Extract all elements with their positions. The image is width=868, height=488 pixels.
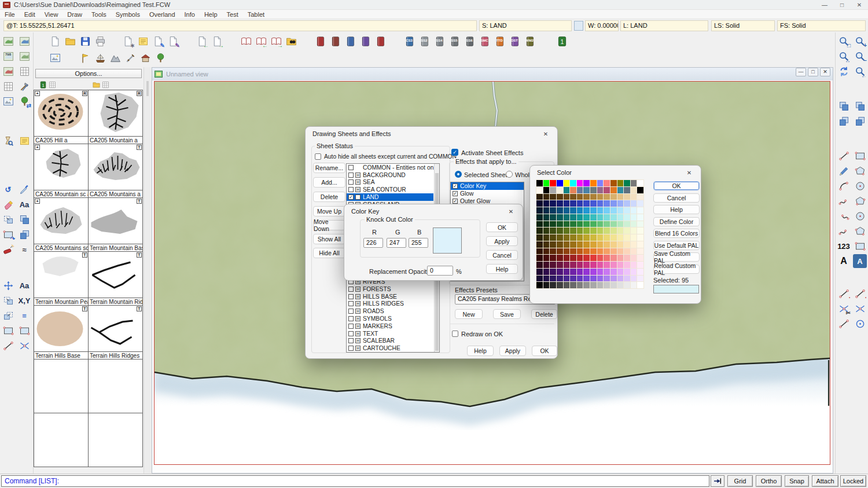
palette-cell[interactable] xyxy=(583,234,590,241)
preset-new-button[interactable]: New xyxy=(455,309,483,319)
palette-cell[interactable] xyxy=(536,282,543,288)
catalog-ss6-icon[interactable]: SS6 xyxy=(462,34,476,48)
blob-tool-icon[interactable] xyxy=(853,209,867,223)
redraw-checkbox[interactable] xyxy=(452,331,458,337)
palette-cell[interactable] xyxy=(597,221,604,228)
palette-cell[interactable] xyxy=(624,241,630,248)
star-tool-icon[interactable] xyxy=(853,224,867,238)
catalog-book-5-icon[interactable] xyxy=(373,34,387,48)
numbers-map-icon[interactable]: 798 xyxy=(1,49,15,63)
palette-cell[interactable] xyxy=(583,262,590,268)
palette-cell[interactable] xyxy=(590,207,597,214)
palette-cell[interactable] xyxy=(564,187,570,193)
palette-cell[interactable] xyxy=(597,241,604,248)
palette-cell[interactable] xyxy=(570,228,576,234)
catalog-folder-button[interactable] xyxy=(89,79,142,90)
catalog-settings-button[interactable] xyxy=(35,79,89,90)
sheet-row-sea[interactable]: HSEA xyxy=(347,179,433,186)
help-button[interactable]: Help xyxy=(486,264,518,274)
command-arrow-button[interactable] xyxy=(711,475,724,487)
palette-cell[interactable] xyxy=(543,248,550,255)
palette-cell[interactable] xyxy=(543,255,550,261)
sheet-visible-checkbox[interactable] xyxy=(348,187,354,192)
palette-cell[interactable] xyxy=(536,269,543,275)
palette-cell[interactable] xyxy=(557,262,563,268)
palette-cell[interactable] xyxy=(624,214,630,221)
symbol-catalog-open-icon[interactable] xyxy=(239,34,253,48)
palette-cell[interactable] xyxy=(536,262,543,268)
palette-cell[interactable] xyxy=(624,207,630,214)
catalog-book-2-icon[interactable] xyxy=(328,34,342,48)
grid-toggle-button[interactable]: Grid xyxy=(727,475,753,487)
palette-cell[interactable] xyxy=(637,241,643,248)
sheet-visible-checkbox[interactable] xyxy=(348,287,354,292)
drawtools-icon[interactable] xyxy=(17,79,31,93)
palette-cell[interactable] xyxy=(577,194,583,200)
sheet-visible-checkbox[interactable] xyxy=(348,179,354,185)
palette-cell[interactable] xyxy=(631,248,637,255)
palette-cell[interactable] xyxy=(564,269,570,275)
flag-symbols-icon[interactable] xyxy=(78,51,92,65)
palette-cell[interactable] xyxy=(543,180,550,186)
palette-cell[interactable] xyxy=(550,180,556,186)
palette-cell[interactable] xyxy=(631,228,637,234)
cancel-button[interactable]: Cancel xyxy=(486,250,518,260)
palette-cell[interactable] xyxy=(550,262,556,268)
catalog-wm2-icon[interactable]: WM2 xyxy=(523,34,536,48)
path-tool-icon[interactable] xyxy=(837,194,851,208)
palette-cell[interactable] xyxy=(624,262,630,268)
palette-cell[interactable] xyxy=(577,234,583,241)
close-icon[interactable]: ✕ xyxy=(540,129,551,140)
palette-cell[interactable] xyxy=(637,248,643,255)
line-width-field[interactable]: W: 0.00000 xyxy=(585,20,619,31)
palette-cell[interactable] xyxy=(557,255,563,261)
palette-cell[interactable] xyxy=(577,276,583,282)
palette-cell[interactable] xyxy=(557,248,563,255)
palette-cell[interactable] xyxy=(610,255,617,261)
menu-view[interactable]: View xyxy=(40,11,63,18)
catalog-cs3-icon[interactable]: CS3 xyxy=(402,34,416,48)
sheet-hide-button[interactable]: H xyxy=(355,309,361,314)
sheet-visible-checkbox[interactable] xyxy=(348,301,354,306)
symbol-catalog-load-icon[interactable]: ← xyxy=(254,34,268,48)
eraser-icon[interactable] xyxy=(1,197,15,211)
zoom-extents-icon[interactable]: ↔ xyxy=(837,49,851,63)
palette-cell[interactable] xyxy=(590,269,597,275)
menu-test[interactable]: Test xyxy=(222,11,243,18)
palette-cell[interactable] xyxy=(564,241,570,248)
palette-cell[interactable] xyxy=(536,214,543,221)
palette-cell[interactable] xyxy=(557,241,563,248)
palette-cell[interactable] xyxy=(590,180,597,186)
palette-cell[interactable] xyxy=(564,276,570,282)
palette-cell[interactable] xyxy=(597,234,604,241)
palette-cell[interactable] xyxy=(583,180,590,186)
dynamite-icon[interactable] xyxy=(1,243,15,256)
palette-cell[interactable] xyxy=(624,282,630,288)
palette-cell[interactable] xyxy=(583,241,590,248)
palette-cell[interactable] xyxy=(597,248,604,255)
palette-cell[interactable] xyxy=(543,276,550,282)
catalog-ss4-icon[interactable]: SS4 xyxy=(432,34,446,48)
palette-cell[interactable] xyxy=(624,255,630,261)
palette-cell[interactable] xyxy=(624,180,630,186)
coastline-map-icon[interactable] xyxy=(17,34,31,48)
palette-cell[interactable] xyxy=(577,262,583,268)
palette-cell[interactable] xyxy=(570,262,576,268)
palette-cell[interactable] xyxy=(590,214,597,221)
palette-cell[interactable] xyxy=(610,276,617,282)
palette-cell[interactable] xyxy=(577,255,583,261)
palette-cell[interactable] xyxy=(597,282,604,288)
sheet-hide-button[interactable]: H xyxy=(355,346,361,351)
catalog-book-3-icon[interactable] xyxy=(343,34,357,48)
symbol-terrain-hills-ridges[interactable]: Terrain Hills RidgesT xyxy=(88,305,143,359)
map-notes-icon[interactable] xyxy=(136,34,150,48)
center-point-icon[interactable] xyxy=(853,317,867,331)
sheet-visible-checkbox[interactable] xyxy=(348,346,354,351)
save-custom-pal-button[interactable]: Save Custom PAL xyxy=(653,252,700,262)
palette-cell[interactable] xyxy=(631,221,637,228)
palette-cell[interactable] xyxy=(577,282,583,288)
zoom-window-icon[interactable]: □ xyxy=(837,34,851,48)
palette-cell[interactable] xyxy=(631,276,637,282)
sheet-hide-button[interactable]: H xyxy=(355,187,361,192)
rename-button[interactable]: Rename... xyxy=(313,163,345,173)
